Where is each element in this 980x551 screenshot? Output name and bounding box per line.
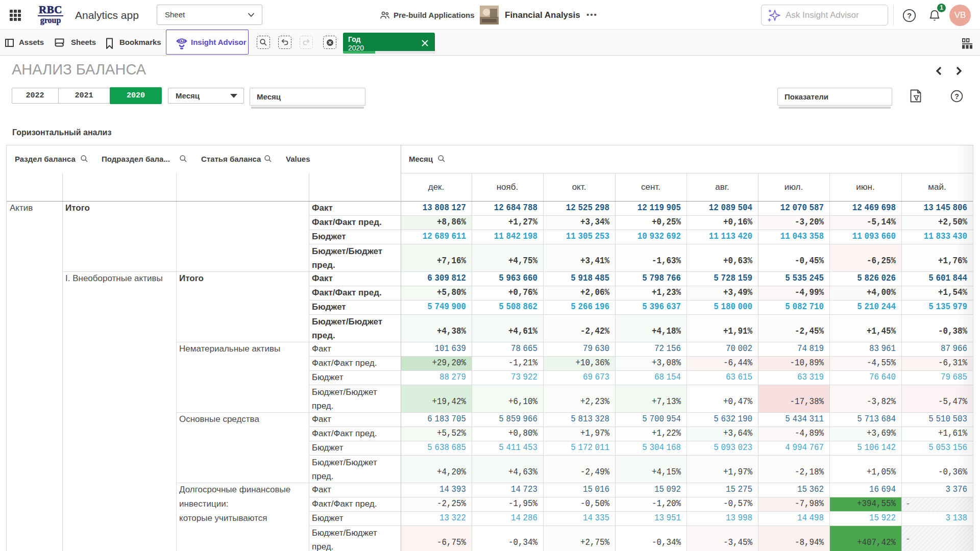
svg-text:?: ? [954,92,959,101]
svg-text:?: ? [907,11,912,20]
